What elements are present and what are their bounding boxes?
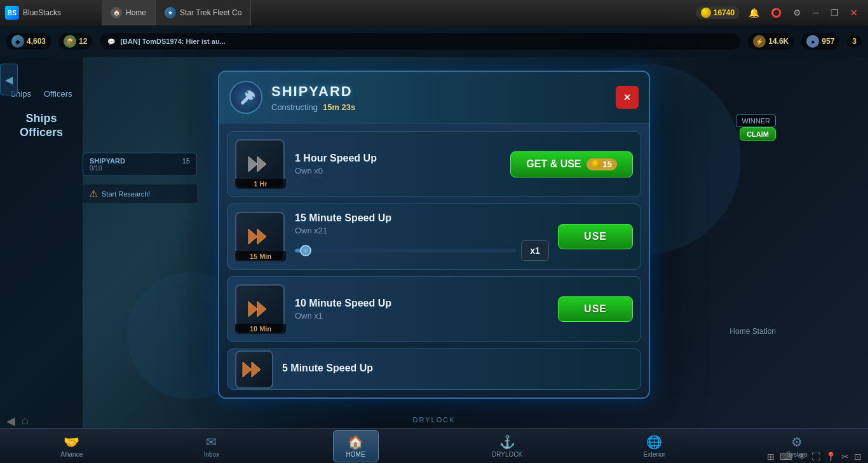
alloys-icon: ◆ bbox=[11, 35, 24, 48]
shipyard-sidebar-title: SHIPYARD bbox=[90, 157, 125, 165]
speedup-card-15min: 15 Min 15 Minute Speed Up Own x21 x1 bbox=[227, 204, 641, 270]
ships-officers-area: ShipsOfficers bbox=[20, 112, 63, 139]
winner-badge: WINNER bbox=[736, 114, 776, 127]
tab-startrek[interactable]: ★ Star Trek Fleet Co bbox=[156, 0, 251, 25]
minimize-btn[interactable]: ─ bbox=[810, 6, 822, 19]
nav-drylock[interactable]: ⚓ DRYLOCK bbox=[484, 432, 530, 460]
alliance-label: Alliance bbox=[60, 451, 83, 458]
settings-btn[interactable]: ⚙ bbox=[790, 6, 804, 19]
modal-title: SHIPYARD bbox=[271, 83, 616, 100]
res2-icon: 📦 bbox=[64, 35, 76, 48]
use-button-10min[interactable]: USE bbox=[558, 296, 633, 322]
bottom-nav-bar: ◀ ⌂ 🤝 Alliance ✉ Inbox 🏠 HOME ⚓ DRYLOCK … bbox=[0, 428, 868, 463]
power-value: 14.6K bbox=[768, 37, 789, 46]
chat-text: [BAN] TomDS1974: Hier ist au... bbox=[120, 38, 225, 45]
shipyard-sidebar-progress: 0/10 bbox=[90, 165, 190, 172]
coin-amount: 16740 bbox=[714, 8, 735, 17]
alliance-icon: 🤝 bbox=[64, 434, 79, 450]
wrench-icon bbox=[236, 88, 255, 107]
cost-value-1hr: 15 bbox=[603, 160, 612, 169]
drylock-nav-label: DRYLOCK bbox=[492, 451, 522, 458]
slider-track-15min[interactable] bbox=[295, 249, 516, 252]
use-button-15min[interactable]: USE bbox=[558, 224, 633, 249]
slider-thumb-15min[interactable] bbox=[300, 245, 311, 256]
res4-value: 957 bbox=[822, 37, 834, 46]
cost-icon-1hr bbox=[592, 160, 600, 169]
modal-close-button[interactable]: × bbox=[616, 86, 639, 109]
close-btn[interactable]: ✕ bbox=[848, 6, 860, 19]
nav-home[interactable]: 🏠 HOME bbox=[333, 430, 379, 462]
speedup-owned-1hr: Own x0 bbox=[295, 166, 501, 176]
coin-area: 16740 bbox=[696, 6, 740, 19]
claim-button[interactable]: CLAIM bbox=[740, 127, 776, 141]
shipyard-sidebar-header: SHIPYARD 15 bbox=[90, 157, 190, 165]
svg-marker-2 bbox=[248, 229, 257, 244]
speedup-owned-10min: Own x1 bbox=[295, 311, 549, 321]
home-icon: 🏠 bbox=[348, 434, 363, 450]
inbox-label: Inbox bbox=[204, 451, 219, 458]
count-value: 3 bbox=[852, 37, 857, 46]
coin-icon bbox=[701, 8, 711, 18]
res2-value: 12 bbox=[79, 37, 87, 46]
slider-row-15min: x1 bbox=[295, 240, 549, 261]
home-label: HOME bbox=[346, 451, 365, 458]
alert-text: Start Research! bbox=[102, 190, 150, 198]
nav-alliance[interactable]: 🤝 Alliance bbox=[53, 432, 90, 460]
speedup-actions-15min: USE bbox=[558, 224, 633, 249]
system-icon: ⚙ bbox=[789, 434, 804, 450]
speedup-actions-10min: USE bbox=[558, 296, 633, 322]
exterior-label: Exterior bbox=[644, 451, 665, 458]
back-arrow[interactable]: ◀ bbox=[6, 414, 15, 428]
nav-exterior[interactable]: 🌐 Exterior bbox=[636, 432, 673, 460]
speedup-info-15min: 15 Minute Speed Up Own x21 x1 bbox=[295, 212, 549, 261]
alloys-value: 4,603 bbox=[27, 37, 46, 46]
svg-marker-4 bbox=[248, 301, 257, 317]
research-alert[interactable]: ⚠ Start Research! bbox=[83, 184, 197, 203]
titlebar: BS BlueStacks 🏠 Home ★ Star Trek Fleet C… bbox=[0, 0, 868, 25]
home-arrow[interactable]: ⌂ bbox=[22, 414, 29, 428]
restore-btn[interactable]: ❐ bbox=[828, 6, 841, 19]
modal-icon bbox=[229, 81, 262, 114]
power-icon: ⚡ bbox=[753, 35, 766, 48]
left-sidebar: ◀ Ships Officers ShipsOfficers bbox=[0, 57, 83, 428]
get-use-button-1hr[interactable]: GET & USE 15 bbox=[510, 151, 633, 177]
bluestacks-name: BlueStacks bbox=[23, 8, 61, 17]
nav-officers[interactable]: Officers bbox=[44, 89, 72, 100]
speedup-info-10min: 10 Minute Speed Up Own x1 bbox=[295, 298, 549, 321]
speedup-icon-wrap-10min: 10 Min bbox=[235, 284, 286, 334]
tab-home-label: Home bbox=[126, 8, 146, 17]
speedup-name-15min: 15 Minute Speed Up bbox=[295, 212, 549, 224]
resource-power: ⚡ 14.6K bbox=[748, 33, 794, 50]
shipyard-modal: SHIPYARD Constructing 15m 23s × bbox=[218, 71, 650, 399]
speedup-name-5min: 5 Minute Speed Up bbox=[282, 363, 633, 374]
svg-marker-1 bbox=[257, 156, 266, 172]
modal-timer: 15m 23s bbox=[323, 102, 355, 112]
notification-btn[interactable]: 🔔 bbox=[746, 6, 762, 19]
speedup-owned-15min: Own x21 bbox=[295, 226, 549, 235]
home-station-label: Home Station bbox=[729, 327, 776, 336]
modal-body: 1 Hr 1 Hour Speed Up Own x0 GET & USE 15 bbox=[219, 123, 649, 397]
speedup-card-1hr: 1 Hr 1 Hour Speed Up Own x0 GET & USE 15 bbox=[227, 131, 641, 197]
1hr-badge: 1 Hr bbox=[235, 179, 286, 189]
drylock-label: DRYLOCK bbox=[413, 416, 456, 424]
taskbar-icons: ⊞ ⌨ 👁 ⛶ 📍 ✂ ⊡ bbox=[767, 452, 862, 462]
svg-marker-5 bbox=[257, 301, 266, 317]
sub-nav: Ships Officers bbox=[10, 89, 72, 100]
speedup-card-5min-partial: 5 Minute Speed Up bbox=[227, 349, 641, 390]
bottom-footer-controls: ◀ ⌂ bbox=[6, 414, 29, 428]
tab-home[interactable]: 🏠 Home bbox=[102, 0, 156, 25]
15min-badge: 15 Min bbox=[235, 251, 286, 261]
speedup-icon-5min bbox=[235, 350, 273, 389]
resource-count: 3 bbox=[847, 35, 862, 48]
quantity-box-15min[interactable]: x1 bbox=[521, 240, 549, 261]
circle-btn[interactable]: ⭕ bbox=[768, 6, 784, 19]
svg-marker-7 bbox=[252, 362, 261, 377]
exterior-icon: 🌐 bbox=[647, 434, 662, 450]
modal-subtitle-bar: Constructing 15m 23s bbox=[271, 102, 616, 112]
svg-marker-0 bbox=[248, 156, 257, 172]
tab-startrek-label: Star Trek Fleet Co bbox=[180, 8, 241, 17]
speedup-icon-wrap-1hr: 1 Hr bbox=[235, 139, 286, 189]
nav-inbox[interactable]: ✉ Inbox bbox=[196, 432, 227, 460]
speedup-info-5min: 5 Minute Speed Up bbox=[282, 363, 633, 376]
left-nav-arrow[interactable]: ◀ bbox=[0, 64, 18, 95]
